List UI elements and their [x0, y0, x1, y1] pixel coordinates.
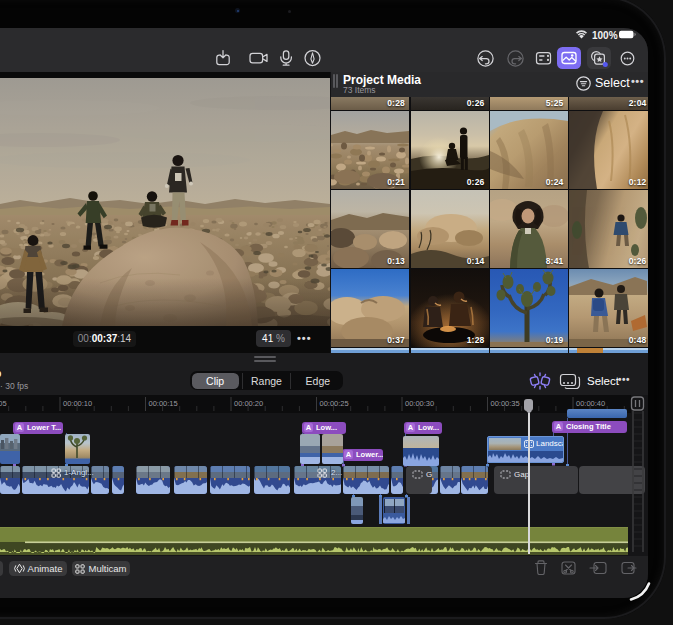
svg-text:100%: 100%: [592, 30, 618, 41]
